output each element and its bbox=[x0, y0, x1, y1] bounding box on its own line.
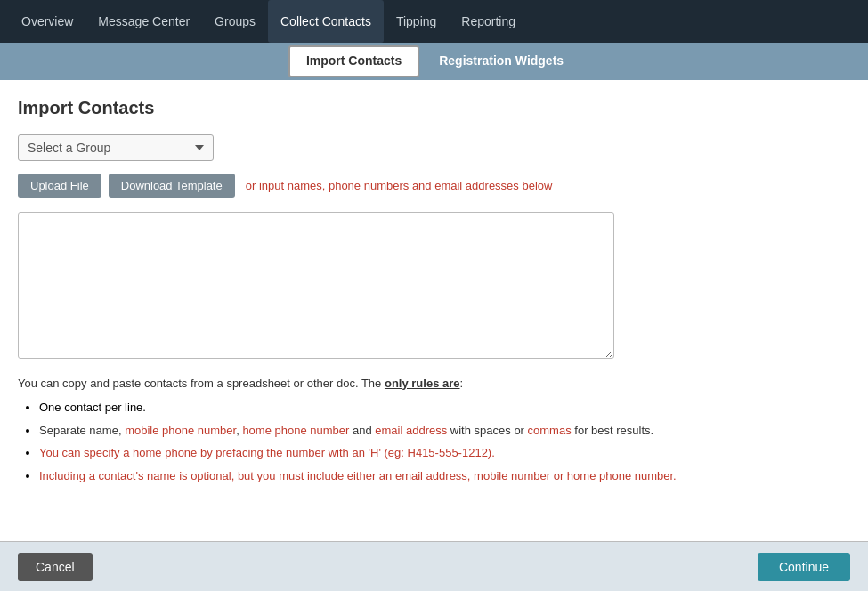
download-template-button[interactable]: Download Template bbox=[109, 174, 235, 198]
or-input-text: or input names, phone numbers and email … bbox=[246, 179, 553, 192]
nav-item-message-center[interactable]: Message Center bbox=[85, 0, 202, 43]
group-select-row: Select a Group bbox=[18, 134, 850, 161]
bullet-2-part5: for best results. bbox=[572, 424, 653, 437]
bullet-2-part4: with spaces or bbox=[447, 424, 527, 437]
instructions-colon: : bbox=[460, 376, 464, 390]
sub-nav: Import Contacts Registration Widgets bbox=[0, 43, 868, 80]
upload-file-button[interactable]: Upload File bbox=[18, 174, 101, 198]
bullet-4-text: Including a contact's name is optional, … bbox=[39, 469, 677, 482]
list-item: One contact per line. bbox=[39, 399, 850, 417]
contacts-textarea[interactable] bbox=[18, 212, 614, 359]
list-item: Including a contact's name is optional, … bbox=[39, 467, 850, 485]
bullet-2-red2: home phone number bbox=[242, 424, 349, 437]
page-title: Import Contacts bbox=[18, 98, 850, 118]
instructions-list: One contact per line. Separate name, mob… bbox=[39, 399, 850, 484]
list-item: You can specify a home phone by prefacin… bbox=[39, 444, 850, 462]
bullet-2-red3: email address bbox=[375, 424, 447, 437]
bullet-2-part3: and bbox=[349, 424, 375, 437]
top-nav: Overview Message Center Groups Collect C… bbox=[0, 0, 868, 43]
bullet-2-part1: Separate name, bbox=[39, 424, 125, 437]
cancel-button[interactable]: Cancel bbox=[18, 553, 93, 581]
main-content: Import Contacts Select a Group Upload Fi… bbox=[0, 80, 868, 552]
instructions-intro-text: You can copy and paste contacts from a s… bbox=[18, 376, 381, 390]
tab-import-contacts[interactable]: Import Contacts bbox=[288, 45, 419, 77]
bullet-2-red4: commas bbox=[528, 424, 572, 437]
instructions-only-text: only rules are bbox=[385, 376, 460, 390]
continue-button[interactable]: Continue bbox=[758, 553, 850, 581]
list-item: Separate name, mobile phone number, home… bbox=[39, 422, 850, 440]
instructions-intro: You can copy and paste contacts from a s… bbox=[18, 376, 850, 390]
bullet-3-text: You can specify a home phone by prefacin… bbox=[39, 446, 495, 459]
footer-bar: Cancel Continue bbox=[0, 541, 868, 591]
bullet-2-red1: mobile phone number bbox=[125, 424, 236, 437]
bullet-1-text: One contact per line. bbox=[39, 401, 146, 414]
nav-item-overview[interactable]: Overview bbox=[9, 0, 85, 43]
nav-item-tipping[interactable]: Tipping bbox=[384, 0, 449, 43]
group-select[interactable]: Select a Group bbox=[18, 134, 214, 161]
nav-item-collect-contacts[interactable]: Collect Contacts bbox=[268, 0, 384, 43]
nav-item-reporting[interactable]: Reporting bbox=[449, 0, 528, 43]
nav-item-groups[interactable]: Groups bbox=[202, 0, 268, 43]
tab-registration-widgets[interactable]: Registration Widgets bbox=[423, 47, 580, 76]
buttons-row: Upload File Download Template or input n… bbox=[18, 174, 850, 198]
